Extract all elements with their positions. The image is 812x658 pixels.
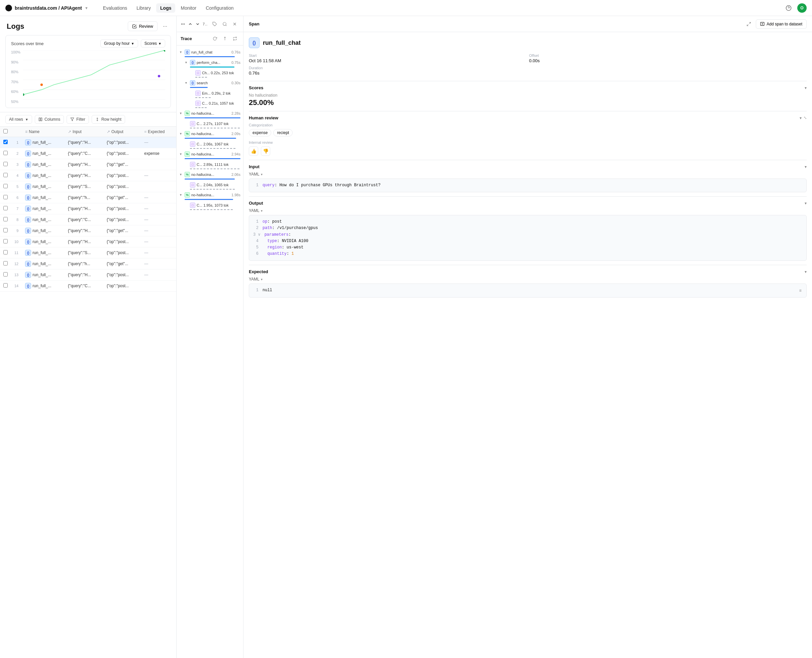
row-checkbox[interactable]	[3, 272, 8, 277]
row-checkbox[interactable]	[3, 283, 8, 288]
tag-icon[interactable]	[210, 20, 219, 28]
trace-item[interactable]: □ C... 2.04s, 1065 tok	[177, 181, 243, 191]
help-icon[interactable]	[784, 3, 793, 13]
row-height-button[interactable]: Row height	[92, 115, 125, 124]
thumbs-up-icon[interactable]: 👍	[249, 146, 258, 156]
trace-item[interactable]: ▼ % no-hallucina... 2.09s	[177, 130, 243, 140]
human-review-expand[interactable]: ⤡	[804, 116, 807, 120]
table-row[interactable]: 1 () run_full_... {"query":"H... {"op":"…	[0, 137, 176, 148]
table-row[interactable]: 9 () run_full_... {"query":"H... {"op":"…	[0, 226, 176, 237]
trace-item[interactable]: ▼ % no-hallucina... 2.28s	[177, 109, 243, 120]
row-checkbox[interactable]	[3, 140, 8, 144]
span-content: () run_full_chat Start Oct 16 11:58 AM O…	[243, 32, 812, 658]
row-checkbox[interactable]	[3, 151, 8, 155]
row-input: {"query":"H...	[68, 240, 91, 244]
trace-item[interactable]: □ Ch... 0.22s, 253 tok	[177, 69, 243, 79]
input-section-header[interactable]: Input ▾	[249, 164, 807, 169]
add-span-button[interactable]: Add span to dataset	[756, 19, 807, 29]
trace-item[interactable]: □ C... 2.27s, 1107 tok	[177, 120, 243, 130]
tag-expense[interactable]: expense	[249, 129, 271, 136]
filter-button[interactable]: Filter	[67, 115, 89, 124]
trace-item[interactable]: □ C... 2.06s, 1067 tok	[177, 140, 243, 150]
table-row[interactable]: 2 () run_full_... {"query":"C... {"op":"…	[0, 148, 176, 159]
table-row[interactable]: 5 () run_full_... {"query":"S... {"op":"…	[0, 181, 176, 192]
human-review-section-header[interactable]: Human review ▾ ⤡	[249, 115, 807, 121]
split-icon[interactable]	[220, 34, 229, 43]
row-input: {"query":"h...	[68, 262, 90, 266]
trace-fn-icon: □	[195, 70, 201, 75]
table-row[interactable]: 3 () run_full_... {"query":"H... {"op":"…	[0, 159, 176, 170]
table-row[interactable]: 4 () run_full_... {"query":"H... {"op":"…	[0, 170, 176, 181]
nav-monitor[interactable]: Monitor	[177, 3, 200, 13]
row-checkbox[interactable]	[3, 250, 8, 254]
columns-button[interactable]: Columns	[35, 115, 64, 124]
topbar-down-icon[interactable]	[195, 22, 200, 27]
col-input[interactable]: ↗ Input	[64, 127, 103, 137]
refresh-icon[interactable]	[210, 34, 219, 43]
table-row[interactable]: 6 () run_full_... {"query":"h... {"op":"…	[0, 192, 176, 203]
svg-line-24	[747, 24, 748, 26]
close-trace-icon[interactable]: ✕	[230, 20, 239, 28]
trace-item[interactable]: ▼ () perform_cha... 0.75s	[177, 58, 243, 69]
trace-bar-container	[177, 189, 243, 190]
nav-configuration[interactable]: Configuration	[202, 3, 237, 13]
topbar-up-icon[interactable]	[188, 22, 193, 27]
row-checkbox[interactable]	[3, 228, 8, 232]
table-row[interactable]: 14 () run_full_... {"query":"C... {"op":…	[0, 280, 176, 291]
nav-logs[interactable]: Logs	[156, 3, 175, 13]
trace-item[interactable]: □ Em... 0.29s, 2 tok	[177, 89, 243, 99]
nav-library[interactable]: Library	[132, 3, 155, 13]
table-row[interactable]: 7 () run_full_... {"query":"H... {"op":"…	[0, 203, 176, 214]
row-expected-cell	[141, 159, 176, 170]
yaml-chevron-output[interactable]: ▾	[261, 209, 263, 213]
table-row[interactable]: 13 () run_full_... {"query":"H... {"op":…	[0, 269, 176, 280]
row-checkbox[interactable]	[3, 195, 8, 199]
row-checkbox[interactable]	[3, 173, 8, 177]
nav-evaluations[interactable]: Evaluations	[99, 3, 131, 13]
row-checkbox[interactable]	[3, 184, 8, 188]
table-row[interactable]: 11 () run_full_... {"query":"S... {"op":…	[0, 248, 176, 258]
group-by-select[interactable]: Group by hour ▼	[100, 39, 138, 47]
expected-section-header[interactable]: Expected ▾	[249, 269, 807, 274]
layout-icon[interactable]	[230, 34, 239, 43]
row-name: run_full_...	[33, 162, 51, 167]
tag-reciept[interactable]: reciept	[273, 129, 293, 136]
trace-item[interactable]: ▼ % no-hallucina... 2.94s	[177, 150, 243, 160]
more-options-icon[interactable]: ⋯	[160, 22, 169, 31]
yaml-chevron-input[interactable]: ▾	[261, 172, 263, 176]
trace-item[interactable]: ▼ % no-hallucina... 2.06s	[177, 171, 243, 181]
row-checkbox[interactable]	[3, 239, 8, 243]
all-rows-button[interactable]: All rows ▼	[5, 115, 32, 124]
brand-logo[interactable]: braintrustdata.com / APIAgent ▼	[5, 5, 88, 11]
expand-span-icon[interactable]	[745, 20, 753, 28]
thumbs-down-icon[interactable]: 👎	[261, 146, 270, 156]
trace-item[interactable]: ▼ % no-hallucina... 1.98s	[177, 191, 243, 201]
row-checkbox[interactable]	[3, 217, 8, 221]
review-button[interactable]: Review	[128, 21, 158, 31]
trace-item[interactable]: □ C... 0.21s, 1057 tok	[177, 99, 243, 109]
scores-select[interactable]: Scores ▼	[141, 39, 165, 47]
table-row[interactable]: 12 () run_full_... {"query":"h... {"op":…	[0, 258, 176, 269]
yaml-chevron-expected[interactable]: ▾	[261, 277, 263, 281]
trace-item[interactable]: ▼ () search 0.30s	[177, 79, 243, 89]
table-row[interactable]: 10 () run_full_... {"query":"H... {"op":…	[0, 237, 176, 248]
col-expected[interactable]: = Expected	[141, 127, 176, 137]
search-trace-icon[interactable]	[220, 20, 229, 28]
col-name[interactable]: ≡ Name	[22, 127, 64, 137]
select-all-checkbox[interactable]	[3, 129, 8, 133]
row-checkbox[interactable]	[3, 162, 8, 166]
row-checkbox[interactable]	[3, 206, 8, 210]
span-panel: Span Add span to dataset () run_full_cha…	[243, 16, 812, 658]
trace-item[interactable]: ▼ () run_full_chat 0.76s	[177, 48, 243, 58]
user-avatar[interactable]: O	[797, 3, 807, 13]
trace-item[interactable]: □ C... 2.89s, 1111 tok	[177, 160, 243, 171]
table-row[interactable]: 8 () run_full_... {"query":"C... {"op":"…	[0, 214, 176, 226]
trace-item-time: 2.06s	[231, 172, 240, 177]
row-checkbox[interactable]	[3, 261, 8, 265]
scores-section-header[interactable]: Scores ▾	[249, 85, 807, 90]
col-output[interactable]: ↗ Output	[103, 127, 141, 137]
output-section-header[interactable]: Output ▾	[249, 201, 807, 205]
trace-bar	[185, 56, 235, 57]
trace-item[interactable]: □ C... 1.95s, 1073 tok	[177, 201, 243, 211]
trace-bar-container	[177, 209, 243, 210]
